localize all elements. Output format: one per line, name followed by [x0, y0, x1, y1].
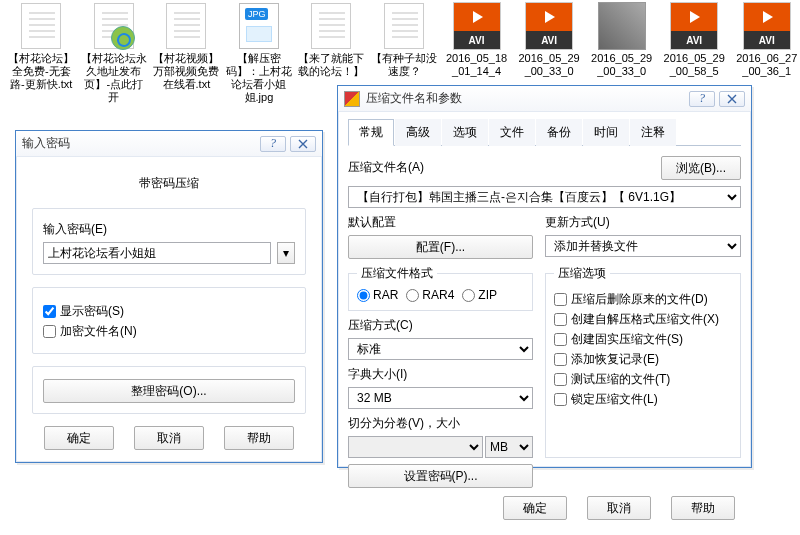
file-label: 2016_05_29_00_58_5: [661, 52, 728, 78]
option-checkbox[interactable]: 压缩后删除原来的文件(D): [554, 291, 732, 308]
ok-button[interactable]: 确定: [44, 426, 114, 450]
close-titlebar-button[interactable]: [290, 136, 316, 152]
format-radio-row: RARRAR4ZIP: [357, 288, 524, 302]
dict-size-select[interactable]: 32 MB: [348, 387, 533, 409]
file-label: 【村花论坛】全免费-无套路-更新快.txt: [8, 52, 75, 91]
url-file-icon: [94, 3, 134, 49]
close-titlebar-button[interactable]: [719, 91, 745, 107]
update-mode-select[interactable]: 添加并替换文件: [545, 235, 741, 257]
options-list: 压缩后删除原来的文件(D)创建自解压格式压缩文件(X)创建固实压缩文件(S)添加…: [554, 291, 732, 408]
tab-3[interactable]: 文件: [489, 119, 535, 146]
file-label: 2016_06_27_00_36_1: [733, 52, 800, 78]
show-password-checkbox[interactable]: 显示密码(S): [43, 303, 295, 320]
format-legend: 压缩文件格式: [357, 265, 437, 282]
avi-file-icon: AVI: [743, 2, 791, 50]
archive-params-dialog: 压缩文件名和参数 ? 常规高级选项文件备份时间注释 压缩文件名(A) 浏览(B)…: [337, 85, 752, 468]
cancel-button[interactable]: 取消: [134, 426, 204, 450]
tab-2[interactable]: 选项: [442, 119, 488, 146]
tab-1[interactable]: 高级: [395, 119, 441, 146]
file-item[interactable]: 【村花论坛】全免费-无套路-更新快.txt: [8, 0, 75, 104]
split-label: 切分为分卷(V)，大小: [348, 415, 533, 432]
help-titlebar-button[interactable]: ?: [689, 91, 715, 107]
set-password-button[interactable]: 设置密码(P)...: [348, 464, 533, 488]
file-item[interactable]: JPG【解压密码】：上村花论坛看小姐姐.jpg: [226, 0, 293, 104]
password-dialog-heading: 带密码压缩: [32, 175, 306, 192]
enter-password-dialog: 输入密码 ? 带密码压缩 输入密码(E) ▾ 显示密码(S) 加密文件名(N) …: [15, 130, 323, 463]
password-input[interactable]: [43, 242, 271, 264]
manage-passwords-fieldset: 整理密码(O)...: [32, 366, 306, 414]
archive-dialog-titlebar: 压缩文件名和参数 ?: [338, 86, 751, 112]
jpg-file-icon: JPG: [239, 3, 279, 49]
profile-button[interactable]: 配置(F)...: [348, 235, 533, 259]
split-size-select[interactable]: [348, 436, 483, 458]
manage-passwords-button[interactable]: 整理密码(O)...: [43, 379, 295, 403]
winrar-icon: [344, 91, 360, 107]
text-file-icon: [311, 3, 351, 49]
dict-size-label: 字典大小(I): [348, 366, 533, 383]
option-checkbox[interactable]: 创建自解压格式压缩文件(X): [554, 311, 732, 328]
options-legend: 压缩选项: [554, 265, 610, 282]
tab-4[interactable]: 备份: [536, 119, 582, 146]
split-unit-select[interactable]: MB: [485, 436, 533, 458]
file-label: 【来了就能下载的论坛！】: [298, 52, 365, 78]
archive-tabs: 常规高级选项文件备份时间注释: [348, 118, 741, 146]
file-label: 【村花视频】万部视频免费在线看.txt: [153, 52, 220, 91]
show-password-label: 显示密码(S): [60, 303, 124, 320]
password-label: 输入密码(E): [43, 221, 295, 238]
format-radio-rar4[interactable]: RAR4: [406, 288, 454, 302]
ok-button[interactable]: 确定: [503, 496, 567, 520]
archive-name-select[interactable]: 【自行打包】韩国主播三点-은지合集【百度云】【 6V1.1G】: [348, 186, 741, 208]
password-dialog-title: 输入密码: [22, 135, 256, 152]
password-fieldset: 输入密码(E) ▾: [32, 208, 306, 275]
method-label: 压缩方式(C): [348, 317, 533, 334]
help-button[interactable]: 帮助: [224, 426, 294, 450]
cancel-button[interactable]: 取消: [587, 496, 651, 520]
default-profile-label: 默认配置: [348, 214, 533, 231]
option-checkbox[interactable]: 添加恢复记录(E): [554, 351, 732, 368]
option-checkbox[interactable]: 测试压缩的文件(T): [554, 371, 732, 388]
file-label: 2016_05_29_00_33_0: [516, 52, 583, 78]
tab-0[interactable]: 常规: [348, 119, 394, 146]
file-label: 2016_05_29_00_33_0: [588, 52, 655, 78]
options-fieldset: 压缩选项 压缩后删除原来的文件(D)创建自解压格式压缩文件(X)创建固实压缩文件…: [545, 265, 741, 458]
text-file-icon: [166, 3, 206, 49]
encrypt-filenames-label: 加密文件名(N): [60, 323, 137, 340]
archive-dialog-title: 压缩文件名和参数: [366, 90, 685, 107]
file-item[interactable]: 【村花视频】万部视频免费在线看.txt: [153, 0, 220, 104]
image-thumbnail-icon: [598, 2, 646, 50]
dropdown-icon[interactable]: ▾: [277, 242, 295, 264]
format-radio-zip[interactable]: ZIP: [462, 288, 497, 302]
archive-name-label: 压缩文件名(A): [348, 159, 655, 176]
method-select[interactable]: 标准: [348, 338, 533, 360]
encrypt-filenames-checkbox[interactable]: 加密文件名(N): [43, 323, 295, 340]
avi-file-icon: AVI: [453, 2, 501, 50]
option-checkbox[interactable]: 锁定压缩文件(L): [554, 391, 732, 408]
help-button[interactable]: 帮助: [671, 496, 735, 520]
browse-button[interactable]: 浏览(B)...: [661, 156, 741, 180]
file-label: 【解压密码】：上村花论坛看小姐姐.jpg: [226, 52, 293, 104]
update-mode-label: 更新方式(U): [545, 214, 741, 231]
tab-5[interactable]: 时间: [583, 119, 629, 146]
password-options-fieldset: 显示密码(S) 加密文件名(N): [32, 287, 306, 354]
format-radio-rar[interactable]: RAR: [357, 288, 398, 302]
file-label: 【有种子却没速度？: [371, 52, 438, 78]
avi-file-icon: AVI: [670, 2, 718, 50]
text-file-icon: [21, 3, 61, 49]
password-dialog-titlebar: 输入密码 ?: [16, 131, 322, 157]
text-file-icon: [384, 3, 424, 49]
tab-6[interactable]: 注释: [630, 119, 676, 146]
file-label: 【村花论坛永久地址发布页】-点此打开: [81, 52, 148, 104]
format-fieldset: 压缩文件格式 RARRAR4ZIP: [348, 265, 533, 311]
file-label: 2016_05_18_01_14_4: [443, 52, 510, 78]
help-titlebar-button[interactable]: ?: [260, 136, 286, 152]
avi-file-icon: AVI: [525, 2, 573, 50]
file-item[interactable]: 【村花论坛永久地址发布页】-点此打开: [81, 0, 148, 104]
option-checkbox[interactable]: 创建固实压缩文件(S): [554, 331, 732, 348]
